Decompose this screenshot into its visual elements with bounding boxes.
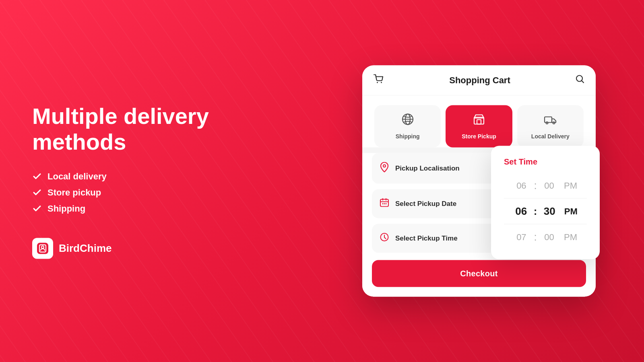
local-delivery-icon	[543, 113, 557, 129]
time-hour-2: 06	[511, 205, 531, 218]
shipping-icon	[401, 113, 415, 129]
svg-point-15	[382, 203, 384, 204]
brand: BirdChime	[32, 238, 242, 259]
cart-icon	[374, 74, 384, 86]
time-divider-1	[504, 198, 587, 199]
svg-point-17	[386, 203, 387, 204]
local-delivery-label: Local Delivery	[531, 133, 570, 140]
brand-name: BirdChime	[59, 242, 111, 255]
time-picker-title: Set Time	[504, 157, 587, 167]
feature-item-shipping: Shipping	[32, 203, 242, 214]
delivery-methods: Shipping Store Pickup	[362, 96, 596, 148]
shipping-label: Shipping	[396, 133, 420, 140]
left-panel: Multiple deliverymethods Local delivery …	[32, 103, 242, 259]
svg-rect-9	[477, 120, 481, 124]
birdchime-logo-icon	[36, 242, 49, 255]
checkout-button[interactable]: Checkout	[372, 260, 586, 287]
feature-list: Local delivery Store pickup Shipping	[32, 171, 242, 214]
time-hour-1: 06	[511, 180, 531, 191]
main-heading: Multiple deliverymethods	[32, 103, 242, 155]
time-period-3: PM	[562, 232, 580, 242]
delivery-method-local-delivery[interactable]: Local Delivery	[517, 105, 584, 148]
time-picker-popup: Set Time 06 : 00 PM 06 : 30 PM 07 : 00 P…	[491, 146, 600, 259]
check-icon-3	[32, 204, 42, 213]
time-hour-3: 07	[511, 232, 531, 242]
svg-point-3	[377, 82, 378, 83]
check-icon-2	[32, 187, 42, 197]
brand-logo	[32, 238, 53, 259]
time-period-2: PM	[562, 206, 580, 216]
svg-point-16	[384, 203, 385, 204]
time-row-1[interactable]: 06 : 00 PM	[504, 175, 587, 197]
time-minute-3: 00	[539, 232, 559, 242]
cart-card: Shopping Cart Shipping	[362, 66, 596, 297]
time-period-1: PM	[562, 180, 580, 191]
calendar-icon	[380, 198, 389, 210]
time-minute-2: 30	[539, 205, 559, 218]
svg-rect-10	[545, 117, 552, 123]
cart-header: Shopping Cart	[362, 66, 596, 96]
svg-point-4	[381, 82, 382, 83]
time-row-2[interactable]: 06 : 30 PM	[504, 200, 587, 222]
feature-label-shipping: Shipping	[47, 203, 85, 214]
time-minute-1: 00	[539, 180, 559, 191]
search-icon[interactable]	[576, 75, 584, 86]
cart-title: Shopping Cart	[449, 75, 510, 86]
store-pickup-label: Store Pickup	[462, 133, 496, 140]
feature-label-local-delivery: Local delivery	[47, 171, 107, 181]
store-pickup-icon	[472, 113, 486, 129]
delivery-method-shipping[interactable]: Shipping	[374, 105, 441, 148]
location-icon	[380, 162, 389, 175]
clock-icon	[380, 233, 389, 244]
time-divider-2	[504, 224, 587, 224]
svg-rect-14	[380, 200, 388, 207]
svg-point-13	[383, 165, 386, 167]
feature-label-store-pickup: Store pickup	[47, 187, 101, 197]
check-icon	[32, 171, 42, 181]
feature-item-store-pickup: Store pickup	[32, 187, 242, 197]
time-row-3[interactable]: 07 : 00 PM	[504, 226, 587, 248]
feature-item-local-delivery: Local delivery	[32, 171, 242, 181]
delivery-method-store-pickup[interactable]: Store Pickup	[446, 105, 512, 148]
